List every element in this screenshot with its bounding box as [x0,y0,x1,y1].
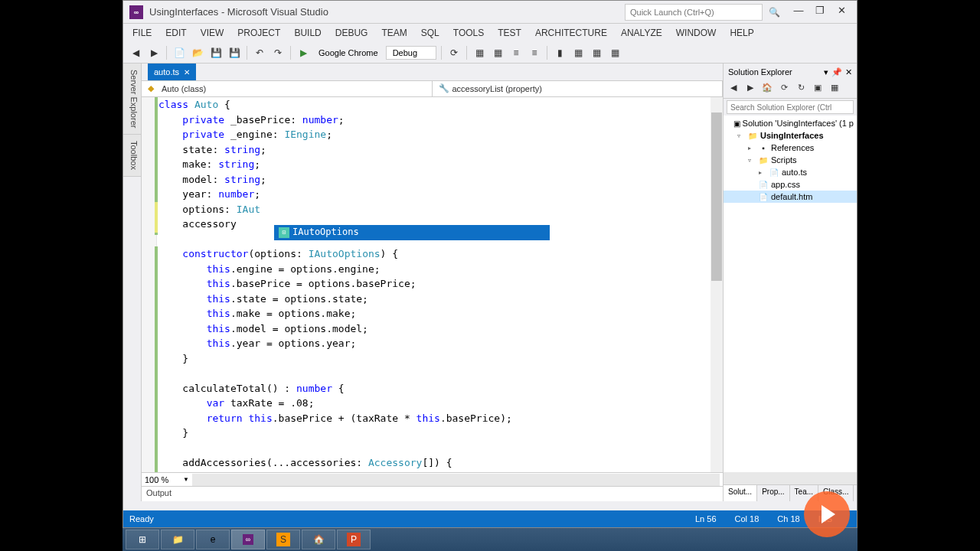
code-line[interactable]: calculateTotal() : number { [158,381,723,396]
code-editor[interactable]: class Auto { private _basePrice: number;… [142,97,723,472]
tb-icon-8[interactable]: ▦ [607,45,622,60]
code-line[interactable]: this.state = options.state; [158,292,723,307]
menu-edit[interactable]: EDIT [159,25,192,41]
nav-back-icon[interactable]: ◀ [128,45,143,60]
quick-launch-input[interactable] [625,4,763,21]
horizontal-scrollbar[interactable] [192,474,720,486]
code-line[interactable]: model: string; [158,172,723,187]
tree-item[interactable]: ▿📁UsingInterfaces [724,129,857,142]
save-all-icon[interactable]: 💾 [227,45,242,60]
tree-item[interactable]: ▸▪References [724,142,857,154]
tb-icon-5[interactable]: ▮ [552,45,567,60]
se-tab[interactable]: Prop... [757,485,789,501]
code-line[interactable]: var taxRate = .08; [158,396,723,411]
se-sync-icon[interactable]: ⟳ [777,83,791,96]
menu-project[interactable]: PROJECT [231,25,286,41]
menu-tools[interactable]: TOOLS [447,25,490,41]
tb-icon-7[interactable]: ▦ [589,45,604,60]
config-dropdown[interactable]: Debug [386,46,436,60]
tree-arrow-icon[interactable]: ▸ [759,169,766,176]
se-pin-icon[interactable]: 📌 [831,67,842,77]
se-tree[interactable]: ▣Solution 'UsingInterfaces' (1 p▿📁UsingI… [724,116,857,472]
tree-item[interactable]: ▿📁Scripts [724,154,857,166]
start-button[interactable]: ⊞ [126,530,159,549]
se-back-icon[interactable]: ◀ [727,83,740,96]
play-overlay-icon[interactable] [804,491,850,537]
se-showall-icon[interactable]: ▦ [828,83,841,96]
code-line[interactable]: year: number; [158,187,723,202]
code-line[interactable]: this.make = options.make; [158,306,723,321]
se-collapse-icon[interactable]: ▣ [811,83,825,96]
task-vs[interactable]: ∞ [231,530,265,549]
task-explorer[interactable]: 📁 [161,530,194,549]
scroll-thumb[interactable] [711,112,722,281]
output-panel-tab[interactable]: Output [142,486,723,501]
toolbox-tab[interactable]: Toolbox [123,135,141,177]
play-icon[interactable]: ▶ [296,45,311,60]
maximize-button[interactable]: ❐ [811,5,829,20]
code-line[interactable]: private _basePrice: number; [158,112,723,128]
task-app1[interactable]: 🏠 [302,530,335,549]
open-icon[interactable]: 📂 [190,45,205,60]
code-line[interactable]: class Auto { [158,97,723,112]
undo-icon[interactable]: ↶ [252,45,267,60]
menu-test[interactable]: TEST [492,25,528,41]
redo-icon[interactable]: ↷ [270,45,286,60]
nav-member-dropdown[interactable]: 🔧 accessoryList (property) [433,81,724,96]
menu-debug[interactable]: DEBUG [329,25,374,41]
code-line[interactable]: this.model = options.model; [158,321,723,337]
tree-item[interactable]: 📄app.css [724,178,857,191]
zoom-dropdown[interactable]: 100 % [145,475,183,484]
code-line[interactable]: addAccessories(...accessories: Accessory… [158,455,723,471]
minimize-button[interactable]: — [789,5,808,20]
code-line[interactable]: this.basePrice = options.basePrice; [158,276,723,292]
tree-arrow-icon[interactable]: ▿ [737,132,745,139]
tree-item[interactable]: ▸📄auto.ts [724,166,857,178]
run-target-dropdown[interactable]: Google Chrome [314,47,383,59]
task-ie[interactable]: e [196,530,230,549]
chevron-down-icon[interactable]: ▼ [183,476,189,483]
vertical-scrollbar[interactable] [710,97,723,472]
close-button[interactable]: ✕ [832,5,851,20]
tab-close-icon[interactable]: ✕ [184,68,190,77]
tb-icon-1[interactable]: ▦ [472,45,487,60]
nav-type-dropdown[interactable]: ◆ Auto (class) [142,81,433,96]
menu-window[interactable]: WINDOW [670,25,723,41]
code-line[interactable]: } [158,351,723,367]
new-project-icon[interactable]: 📄 [172,45,187,60]
server-explorer-tab[interactable]: Server Explorer [123,64,141,135]
tree-item[interactable]: 📄default.htm [724,191,857,203]
tb-icon-3[interactable]: ≡ [508,45,524,60]
nav-fwd-icon[interactable]: ▶ [146,45,162,60]
se-home-icon[interactable]: 🏠 [760,83,774,96]
code-line[interactable]: make: string; [158,157,723,172]
code-line[interactable]: this.year = options.year; [158,336,723,351]
tb-icon-6[interactable]: ▦ [570,45,586,60]
tb-icon-4[interactable]: ≡ [527,45,542,60]
menu-build[interactable]: BUILD [288,25,327,41]
menu-help[interactable]: HELP [724,25,760,41]
code-line[interactable]: options: IAut [158,202,723,217]
menu-analyze[interactable]: ANALYZE [615,25,668,41]
se-close-icon[interactable]: ✕ [845,67,852,77]
se-refresh-icon[interactable]: ↻ [794,83,808,96]
save-icon[interactable]: 💾 [208,45,224,60]
code-line[interactable]: constructor(options: IAutoOptions) { [158,246,723,262]
menu-sql[interactable]: SQL [415,25,446,41]
task-powerpoint[interactable]: P [337,530,371,549]
tree-arrow-icon[interactable]: ▸ [748,145,756,152]
menu-file[interactable]: FILE [126,25,158,41]
se-tab[interactable]: Solut... [724,485,757,501]
code-text[interactable]: class Auto { private _basePrice: number;… [157,97,723,472]
code-line[interactable]: return this.basePrice + (taxRate * this.… [158,411,723,426]
intellisense-popup[interactable]: ⊡ IAutoOptions [274,225,550,240]
tree-item[interactable]: ▣Solution 'UsingInterfaces' (1 p [724,117,857,129]
se-fwd-icon[interactable]: ▶ [743,83,757,96]
file-tab-auto-ts[interactable]: auto.ts ✕ [148,64,196,80]
tree-arrow-icon[interactable]: ▿ [748,157,756,164]
code-line[interactable] [158,366,723,381]
menu-view[interactable]: VIEW [194,25,230,41]
task-sublime[interactable]: S [266,530,300,549]
search-icon[interactable]: 🔍 [769,7,780,18]
code-line[interactable] [158,441,723,456]
